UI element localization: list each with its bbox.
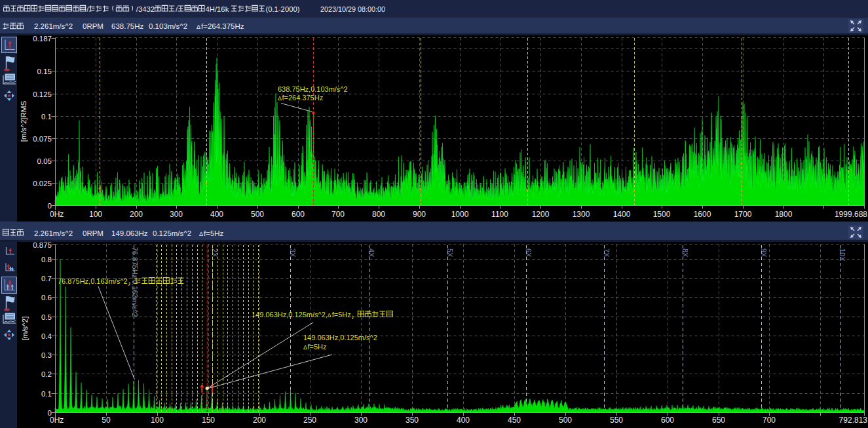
svg-text:0.125m/s^2: 0.125m/s^2 (153, 229, 191, 237)
svg-text:350: 350 (406, 416, 419, 425)
svg-text:f=5Hz: f=5Hz (308, 343, 327, 351)
svg-text:0Hz: 0Hz (50, 210, 64, 219)
svg-text:0.1: 0.1 (41, 390, 52, 398)
svg-text:0.15: 0.15 (37, 68, 52, 75)
svg-text:800: 800 (372, 210, 385, 219)
svg-text:0.125: 0.125 (33, 90, 52, 98)
svg-text:Δ: Δ (199, 231, 203, 237)
svg-text:792.813: 792.813 (839, 416, 868, 425)
svg-text:400: 400 (457, 416, 470, 425)
svg-text:149.063Hz,0.125m/s^2,: 149.063Hz,0.125m/s^2, (252, 311, 328, 319)
svg-text:0Hz: 0Hz (50, 416, 64, 425)
svg-text:5X: 5X (446, 248, 454, 258)
svg-text:Δ: Δ (278, 95, 282, 102)
svg-text:1700: 1700 (734, 210, 752, 219)
svg-text:6X: 6X (525, 248, 533, 258)
svg-text:638.75Hz: 638.75Hz (111, 22, 143, 30)
svg-text:100: 100 (89, 210, 102, 219)
svg-text:0.7: 0.7 (41, 275, 52, 282)
svg-text:150: 150 (202, 416, 215, 425)
svg-text:9X: 9X (760, 248, 768, 258)
svg-text:f=5Hz: f=5Hz (332, 311, 351, 319)
svg-text:Δ: Δ (328, 312, 331, 319)
svg-text:250: 250 (303, 416, 316, 425)
svg-text:[m/s^2]: [m/s^2] (21, 317, 29, 341)
svg-text:1800: 1800 (775, 210, 793, 219)
svg-text:76.875Hz,0.163m/s^2: 76.875Hz,0.163m/s^2 (131, 247, 139, 317)
svg-text:8X: 8X (681, 248, 689, 258)
svg-text:100: 100 (151, 416, 164, 425)
svg-text:149.063Hz,0.125m/s^2: 149.063Hz,0.125m/s^2 (303, 334, 377, 341)
svg-text:1200: 1200 (532, 210, 550, 219)
svg-text:0.025: 0.025 (33, 180, 52, 187)
svg-text:2.261m/s^2: 2.261m/s^2 (34, 229, 73, 237)
svg-text:7X: 7X (603, 248, 611, 258)
svg-text:0.103m/s^2: 0.103m/s^2 (149, 22, 187, 30)
svg-text:0.05: 0.05 (37, 157, 52, 165)
svg-text:0.4: 0.4 (41, 332, 52, 340)
svg-text:600: 600 (661, 416, 674, 425)
svg-text:900: 900 (413, 210, 426, 219)
svg-text:2.261m/s^2: 2.261m/s^2 (34, 22, 73, 30)
svg-text:4H/16k: 4H/16k (206, 5, 229, 13)
svg-text:0: 0 (48, 202, 52, 210)
svg-text:450: 450 (508, 416, 521, 425)
svg-text:3X: 3X (289, 248, 297, 258)
svg-text:700: 700 (763, 416, 776, 425)
svg-text:2X: 2X (211, 248, 219, 258)
svg-text:300: 300 (354, 416, 368, 425)
svg-text:1500: 1500 (653, 210, 671, 219)
svg-text:1400: 1400 (613, 210, 631, 219)
svg-text:400: 400 (210, 210, 223, 219)
svg-text:0.875: 0.875 (33, 241, 52, 249)
svg-text:600: 600 (292, 210, 305, 219)
svg-text:50: 50 (102, 416, 111, 425)
svg-text:650: 650 (712, 416, 725, 425)
svg-text:2023/10/29 08:00:00: 2023/10/29 08:00:00 (320, 5, 385, 13)
svg-text:700: 700 (331, 210, 345, 219)
svg-text:0.2: 0.2 (41, 370, 52, 378)
svg-text:200: 200 (130, 210, 143, 219)
svg-text:1999.688: 1999.688 (835, 210, 867, 219)
svg-text:0RPM: 0RPM (83, 22, 104, 30)
svg-text:0.075: 0.075 (33, 135, 52, 143)
svg-text:638.75Hz,0.103m/s^2: 638.75Hz,0.103m/s^2 (278, 85, 348, 93)
svg-text:Δ: Δ (303, 344, 307, 351)
svg-text:f=5Hz: f=5Hz (204, 229, 224, 237)
svg-text:10X: 10X (839, 248, 846, 262)
svg-text:1100: 1100 (491, 210, 508, 219)
svg-text:1600: 1600 (694, 210, 711, 219)
svg-text:550: 550 (610, 416, 623, 425)
svg-text:0.6: 0.6 (41, 294, 52, 302)
svg-text:f=264.375Hz: f=264.375Hz (201, 22, 244, 30)
svg-text:500: 500 (251, 210, 264, 219)
svg-text:0.1: 0.1 (41, 113, 52, 121)
svg-text:300: 300 (170, 210, 183, 219)
svg-text:(0.1-2000): (0.1-2000) (265, 5, 299, 13)
svg-text:Δ: Δ (197, 24, 200, 30)
svg-text:0.3: 0.3 (41, 351, 52, 359)
svg-text:[m/s^2]RMS: [m/s^2]RMS (20, 101, 28, 142)
svg-text:0RPM: 0RPM (83, 229, 104, 237)
svg-text:4X: 4X (368, 248, 375, 258)
svg-text:/3432: /3432 (136, 5, 155, 13)
svg-text:0.8: 0.8 (41, 256, 52, 263)
svg-text:1000: 1000 (451, 210, 469, 219)
svg-text:200: 200 (253, 416, 266, 425)
svg-text:1300: 1300 (573, 210, 590, 219)
svg-text:76.875Hz,0.163m/s^2: 76.875Hz,0.163m/s^2 (58, 277, 128, 285)
svg-text:0.5: 0.5 (41, 313, 52, 321)
svg-text:0.187: 0.187 (33, 35, 52, 43)
svg-text:149.063Hz: 149.063Hz (111, 229, 148, 237)
svg-text:500: 500 (559, 416, 572, 425)
svg-text:f=264.375Hz: f=264.375Hz (282, 94, 324, 102)
